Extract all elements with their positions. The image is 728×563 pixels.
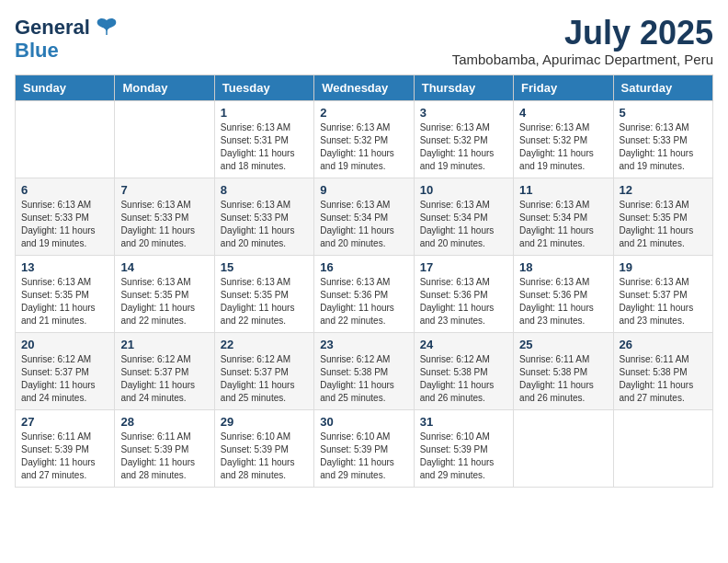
day-number: 10 xyxy=(420,183,507,197)
day-number: 20 xyxy=(21,338,108,351)
day-number: 3 xyxy=(420,106,507,120)
calendar-header-wednesday: Wednesday xyxy=(314,75,414,100)
day-info: Sunrise: 6:11 AM Sunset: 5:39 PM Dayligh… xyxy=(120,431,208,482)
calendar-cell: 29Sunrise: 6:10 AM Sunset: 5:39 PM Dayli… xyxy=(214,409,313,487)
day-number: 7 xyxy=(120,183,208,197)
calendar-cell: 20Sunrise: 6:12 AM Sunset: 5:37 PM Dayli… xyxy=(16,332,115,409)
calendar-cell: 2Sunrise: 6:13 AM Sunset: 5:32 PM Daylig… xyxy=(314,100,414,178)
day-number: 13 xyxy=(21,260,108,274)
day-number: 21 xyxy=(120,338,208,351)
calendar-cell: 1Sunrise: 6:13 AM Sunset: 5:31 PM Daylig… xyxy=(214,100,313,178)
calendar-week-1: 1Sunrise: 6:13 AM Sunset: 5:31 PM Daylig… xyxy=(16,100,713,178)
day-number: 22 xyxy=(221,338,308,351)
day-info: Sunrise: 6:13 AM Sunset: 5:36 PM Dayligh… xyxy=(320,276,407,327)
calendar-cell: 21Sunrise: 6:12 AM Sunset: 5:37 PM Dayli… xyxy=(115,332,214,409)
calendar-cell: 9Sunrise: 6:13 AM Sunset: 5:34 PM Daylig… xyxy=(314,178,414,255)
day-number: 29 xyxy=(221,415,308,429)
day-number: 16 xyxy=(320,260,407,274)
day-info: Sunrise: 6:10 AM Sunset: 5:39 PM Dayligh… xyxy=(320,431,407,482)
day-number: 11 xyxy=(519,183,607,197)
month-title: July 2025 xyxy=(452,15,713,52)
day-number: 26 xyxy=(620,338,707,351)
day-info: Sunrise: 6:12 AM Sunset: 5:38 PM Dayligh… xyxy=(420,353,507,405)
day-number: 25 xyxy=(519,338,607,351)
calendar-cell: 22Sunrise: 6:12 AM Sunset: 5:37 PM Dayli… xyxy=(214,332,313,409)
day-number: 31 xyxy=(420,415,507,429)
day-info: Sunrise: 6:12 AM Sunset: 5:37 PM Dayligh… xyxy=(221,353,308,405)
day-info: Sunrise: 6:13 AM Sunset: 5:32 PM Dayligh… xyxy=(320,121,407,173)
day-number: 2 xyxy=(320,106,407,120)
calendar-cell: 27Sunrise: 6:11 AM Sunset: 5:39 PM Dayli… xyxy=(16,409,115,487)
day-info: Sunrise: 6:13 AM Sunset: 5:33 PM Dayligh… xyxy=(221,199,308,250)
day-info: Sunrise: 6:13 AM Sunset: 5:35 PM Dayligh… xyxy=(221,276,308,327)
day-number: 6 xyxy=(21,183,108,197)
day-info: Sunrise: 6:11 AM Sunset: 5:39 PM Dayligh… xyxy=(21,431,108,482)
calendar-cell: 5Sunrise: 6:13 AM Sunset: 5:33 PM Daylig… xyxy=(613,100,712,178)
day-info: Sunrise: 6:13 AM Sunset: 5:31 PM Dayligh… xyxy=(221,121,308,173)
calendar-cell: 6Sunrise: 6:13 AM Sunset: 5:33 PM Daylig… xyxy=(16,178,115,255)
subtitle: Tambobamba, Apurimac Department, Peru xyxy=(452,52,713,67)
day-number: 28 xyxy=(120,415,208,429)
calendar-cell: 8Sunrise: 6:13 AM Sunset: 5:33 PM Daylig… xyxy=(214,178,313,255)
day-number: 1 xyxy=(221,106,308,120)
calendar-cell xyxy=(514,409,613,487)
day-number: 5 xyxy=(620,106,707,120)
calendar-cell: 24Sunrise: 6:12 AM Sunset: 5:38 PM Dayli… xyxy=(414,332,513,409)
day-number: 15 xyxy=(221,260,308,274)
calendar-cell: 18Sunrise: 6:13 AM Sunset: 5:36 PM Dayli… xyxy=(514,255,613,332)
day-number: 12 xyxy=(620,183,707,197)
calendar-cell: 30Sunrise: 6:10 AM Sunset: 5:39 PM Dayli… xyxy=(314,409,414,487)
calendar-cell: 28Sunrise: 6:11 AM Sunset: 5:39 PM Dayli… xyxy=(115,409,214,487)
calendar-week-5: 27Sunrise: 6:11 AM Sunset: 5:39 PM Dayli… xyxy=(16,409,713,487)
day-info: Sunrise: 6:13 AM Sunset: 5:33 PM Dayligh… xyxy=(120,199,208,250)
day-number: 8 xyxy=(221,183,308,197)
calendar-header-saturday: Saturday xyxy=(613,75,712,100)
day-info: Sunrise: 6:11 AM Sunset: 5:38 PM Dayligh… xyxy=(519,353,607,405)
day-number: 24 xyxy=(420,338,507,351)
day-info: Sunrise: 6:13 AM Sunset: 5:35 PM Dayligh… xyxy=(21,276,108,327)
day-info: Sunrise: 6:13 AM Sunset: 5:33 PM Dayligh… xyxy=(620,121,707,173)
calendar-header-sunday: Sunday xyxy=(16,75,115,100)
day-number: 30 xyxy=(320,415,407,429)
day-number: 4 xyxy=(519,106,607,120)
calendar-header-friday: Friday xyxy=(514,75,613,100)
page-header: General Blue July 2025 Tambobamba, Apuri… xyxy=(15,15,713,67)
calendar-cell xyxy=(613,409,712,487)
day-info: Sunrise: 6:13 AM Sunset: 5:37 PM Dayligh… xyxy=(620,276,707,327)
calendar-cell: 7Sunrise: 6:13 AM Sunset: 5:33 PM Daylig… xyxy=(115,178,214,255)
calendar-cell: 23Sunrise: 6:12 AM Sunset: 5:38 PM Dayli… xyxy=(314,332,414,409)
calendar-cell: 17Sunrise: 6:13 AM Sunset: 5:36 PM Dayli… xyxy=(414,255,513,332)
calendar-header-row: SundayMondayTuesdayWednesdayThursdayFrid… xyxy=(16,75,713,100)
day-number: 14 xyxy=(120,260,208,274)
calendar-cell: 26Sunrise: 6:11 AM Sunset: 5:38 PM Dayli… xyxy=(613,332,712,409)
calendar-week-2: 6Sunrise: 6:13 AM Sunset: 5:33 PM Daylig… xyxy=(16,178,713,255)
calendar-cell xyxy=(115,100,214,178)
day-info: Sunrise: 6:13 AM Sunset: 5:34 PM Dayligh… xyxy=(420,199,507,250)
calendar-week-4: 20Sunrise: 6:12 AM Sunset: 5:37 PM Dayli… xyxy=(16,332,713,409)
day-info: Sunrise: 6:13 AM Sunset: 5:32 PM Dayligh… xyxy=(420,121,507,173)
day-number: 18 xyxy=(519,260,607,274)
calendar-header-thursday: Thursday xyxy=(414,75,513,100)
day-info: Sunrise: 6:12 AM Sunset: 5:37 PM Dayligh… xyxy=(120,353,208,405)
day-info: Sunrise: 6:11 AM Sunset: 5:38 PM Dayligh… xyxy=(620,353,707,405)
calendar-cell: 4Sunrise: 6:13 AM Sunset: 5:32 PM Daylig… xyxy=(514,100,613,178)
day-info: Sunrise: 6:10 AM Sunset: 5:39 PM Dayligh… xyxy=(221,431,308,482)
title-section: July 2025 Tambobamba, Apurimac Departmen… xyxy=(452,15,713,67)
calendar-cell: 12Sunrise: 6:13 AM Sunset: 5:35 PM Dayli… xyxy=(613,178,712,255)
day-info: Sunrise: 6:13 AM Sunset: 5:35 PM Dayligh… xyxy=(120,276,208,327)
calendar-week-3: 13Sunrise: 6:13 AM Sunset: 5:35 PM Dayli… xyxy=(16,255,713,332)
calendar-table: SundayMondayTuesdayWednesdayThursdayFrid… xyxy=(15,75,713,488)
logo-bird-icon xyxy=(94,15,119,40)
calendar-cell: 15Sunrise: 6:13 AM Sunset: 5:35 PM Dayli… xyxy=(214,255,313,332)
day-number: 19 xyxy=(620,260,707,274)
logo-blue: Blue xyxy=(15,40,59,61)
day-number: 9 xyxy=(320,183,407,197)
calendar-cell: 31Sunrise: 6:10 AM Sunset: 5:39 PM Dayli… xyxy=(414,409,513,487)
day-info: Sunrise: 6:10 AM Sunset: 5:39 PM Dayligh… xyxy=(420,431,507,482)
calendar-header-monday: Monday xyxy=(115,75,214,100)
day-info: Sunrise: 6:12 AM Sunset: 5:38 PM Dayligh… xyxy=(320,353,407,405)
day-info: Sunrise: 6:13 AM Sunset: 5:32 PM Dayligh… xyxy=(519,121,607,173)
calendar-cell: 25Sunrise: 6:11 AM Sunset: 5:38 PM Dayli… xyxy=(514,332,613,409)
calendar-cell: 11Sunrise: 6:13 AM Sunset: 5:34 PM Dayli… xyxy=(514,178,613,255)
calendar-cell: 19Sunrise: 6:13 AM Sunset: 5:37 PM Dayli… xyxy=(613,255,712,332)
